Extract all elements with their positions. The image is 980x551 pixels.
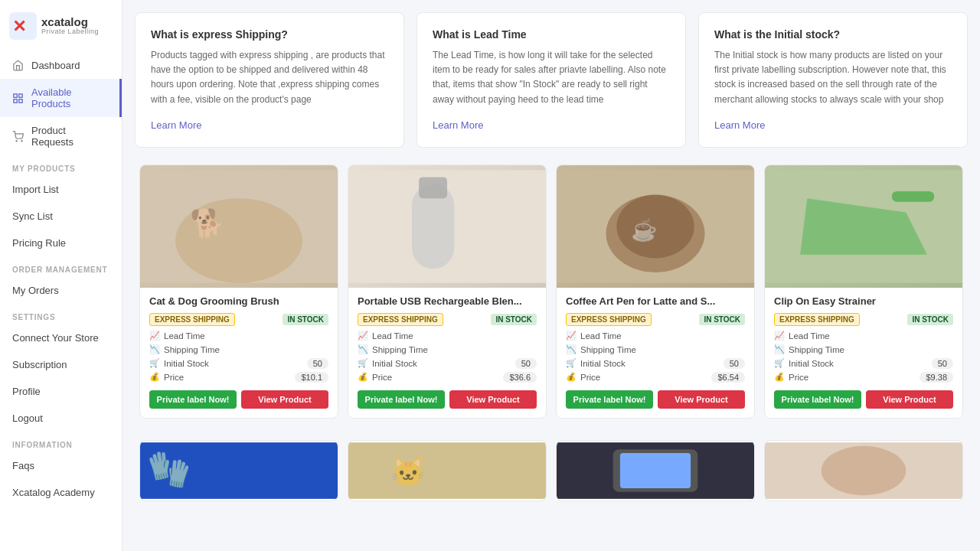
initial-stock-label: Initial Stock <box>789 359 834 368</box>
shipping-time-label: Shipping Time <box>164 345 220 354</box>
lead-time-label: Lead Time <box>789 331 830 341</box>
initial-stock-value: 50 <box>932 358 953 369</box>
product-actions-blender: Private label Now!View Product <box>358 390 537 409</box>
sidebar-item-xcatalog-academy[interactable]: Xcatalog Academy <box>0 479 122 506</box>
sidebar-item-sync-list[interactable]: Sync List <box>0 203 122 230</box>
cart-icon <box>12 131 24 142</box>
product-preview-hand <box>764 440 963 501</box>
initial-stock-icon: 🛒 <box>774 358 785 369</box>
product-image-coffee-pen: ☕ <box>557 165 754 288</box>
product-actions-coffee-pen: Private label Now!View Product <box>566 390 745 409</box>
sidebar-item-subscription[interactable]: Subscription <box>0 351 122 378</box>
sidebar-item-dashboard[interactable]: Dashboard <box>0 52 122 79</box>
product-badges-blender: EXPRESS SHIPPINGIN STOCK <box>358 313 537 326</box>
product-grid: 🐕Cat & Dog Grooming BrushEXPRESS SHIPPIN… <box>122 160 980 435</box>
meta-row-shipping-time-coffee-pen: 📉Shipping Time <box>566 344 745 355</box>
product-title-blender: Portable USB Rechargeable Blen... <box>358 295 537 308</box>
lead-time-label: Lead Time <box>164 331 205 341</box>
initial-stock-label: Initial Stock <box>580 359 626 368</box>
product-title-strainer: Clip On Easy Strainer <box>774 295 953 308</box>
logo-subtitle: Private Labelling <box>41 28 99 36</box>
private-label-button-blender[interactable]: Private label Now! <box>358 390 445 409</box>
shipping-time-label: Shipping Time <box>580 345 636 354</box>
meta-row-lead-time-coffee-pen: 📈Lead Time <box>566 331 745 341</box>
sidebar-item-profile[interactable]: Profile <box>0 378 122 405</box>
profile-label: Profile <box>12 386 41 397</box>
svg-rect-14 <box>419 177 447 198</box>
price-label: Price <box>164 373 184 382</box>
product-preview-pet-glove: 🧤 <box>139 440 338 501</box>
section-my-products: MY PRODUCTS <box>0 155 122 176</box>
private-label-button-strainer[interactable]: Private label Now! <box>774 390 861 409</box>
sidebar-item-my-orders[interactable]: My Orders <box>0 277 122 304</box>
info-card-initial-stock: What is the Initial stock? The Initial s… <box>698 12 968 148</box>
meta-row-initial-stock-coffee-pen: 🛒Initial Stock50 <box>566 358 745 369</box>
meta-row-price-coffee-pen: 💰Price$6.54 <box>566 372 745 383</box>
sidebar-item-import-list[interactable]: Import List <box>0 176 122 203</box>
price-value: $10.1 <box>295 372 328 383</box>
view-product-button-coffee-pen[interactable]: View Product <box>658 390 745 409</box>
svg-rect-4 <box>19 99 22 102</box>
private-label-button-coffee-pen[interactable]: Private label Now! <box>566 390 653 409</box>
initial-stock-icon: 🛒 <box>566 358 577 369</box>
section-order-management: ORDER MANAGEMENT <box>0 256 122 277</box>
sidebar-item-product-requests[interactable]: Product Requests <box>0 117 122 155</box>
info-card-stock-link[interactable]: Learn More <box>714 119 765 131</box>
sync-list-label: Sync List <box>12 210 53 222</box>
svg-point-6 <box>16 140 17 141</box>
meta-row-shipping-time-blender: 📉Shipping Time <box>358 344 537 355</box>
in-stock-badge-coffee-pen: IN STOCK <box>699 314 745 325</box>
shipping-time-icon: 📉 <box>774 344 785 355</box>
svg-rect-27 <box>620 453 691 488</box>
initial-stock-value: 50 <box>724 358 745 369</box>
meta-row-lead-time-dog-brush: 📈Lead Time <box>149 331 328 341</box>
initial-stock-icon: 🛒 <box>149 358 160 369</box>
meta-row-initial-stock-dog-brush: 🛒Initial Stock50 <box>149 358 328 369</box>
product-meta-blender: 📈Lead Time📉Shipping Time🛒Initial Stock50… <box>358 331 537 383</box>
product-title-dog-brush: Cat & Dog Grooming Brush <box>149 295 328 308</box>
view-product-button-blender[interactable]: View Product <box>449 390 537 409</box>
product-actions-strainer: Private label Now!View Product <box>774 390 953 409</box>
svg-point-29 <box>822 445 906 495</box>
view-product-button-dog-brush[interactable]: View Product <box>241 390 328 409</box>
meta-row-shipping-time-dog-brush: 📉Shipping Time <box>149 344 328 355</box>
sidebar-item-faqs[interactable]: Faqs <box>0 452 122 479</box>
logo: ✕ xcatalog Private Labelling <box>0 0 122 52</box>
product-actions-dog-brush: Private label Now!View Product <box>149 390 328 409</box>
sidebar-item-pricing-rule[interactable]: Pricing Rule <box>0 230 122 256</box>
sidebar-item-available-products[interactable]: Available Products <box>0 79 122 117</box>
svg-text:🐱: 🐱 <box>390 454 426 488</box>
product-card-strainer: Clip On Easy StrainerEXPRESS SHIPPINGIN … <box>764 165 963 419</box>
lead-time-label: Lead Time <box>372 331 413 341</box>
svg-rect-23 <box>348 442 546 499</box>
product-title-coffee-pen: Coffee Art Pen for Latte and S... <box>566 295 745 308</box>
sidebar: ✕ xcatalog Private Labelling Dashboard A… <box>0 0 122 551</box>
private-label-button-dog-brush[interactable]: Private label Now! <box>149 390 237 409</box>
sidebar-item-connect-store[interactable]: Connect Your Store <box>0 324 122 351</box>
express-badge-dog-brush: EXPRESS SHIPPING <box>149 313 235 326</box>
info-card-lead-link[interactable]: Learn More <box>433 119 483 131</box>
section-information: INFORMATION <box>0 432 122 452</box>
view-product-button-strainer[interactable]: View Product <box>866 390 953 409</box>
shipping-time-icon: 📉 <box>566 344 577 355</box>
logo-icon: ✕ <box>9 12 37 40</box>
price-value: $36.6 <box>503 372 537 383</box>
meta-row-price-strainer: 💰Price$9.38 <box>774 372 953 383</box>
meta-row-initial-stock-blender: 🛒Initial Stock50 <box>358 358 537 369</box>
lead-time-icon: 📈 <box>774 331 785 341</box>
subscription-label: Subscription <box>12 359 67 370</box>
lead-time-icon: 📈 <box>566 331 577 341</box>
main-content: What is express Shipping? Products tagge… <box>122 0 980 551</box>
meta-row-initial-stock-strainer: 🛒Initial Stock50 <box>774 358 953 369</box>
price-label: Price <box>580 373 600 382</box>
product-badges-strainer: EXPRESS SHIPPINGIN STOCK <box>774 313 953 326</box>
product-image-blender <box>348 165 546 288</box>
sidebar-item-logout[interactable]: Logout <box>0 405 122 432</box>
lead-time-label: Lead Time <box>580 331 622 341</box>
info-card-lead-title: What is Lead Time <box>433 28 670 41</box>
info-card-express-link[interactable]: Learn More <box>151 119 201 131</box>
express-badge-coffee-pen: EXPRESS SHIPPING <box>566 313 652 326</box>
svg-rect-3 <box>19 93 22 96</box>
info-card-lead-body: The Lead Time, is how long it will take … <box>433 48 670 107</box>
my-orders-label: My Orders <box>12 285 59 296</box>
